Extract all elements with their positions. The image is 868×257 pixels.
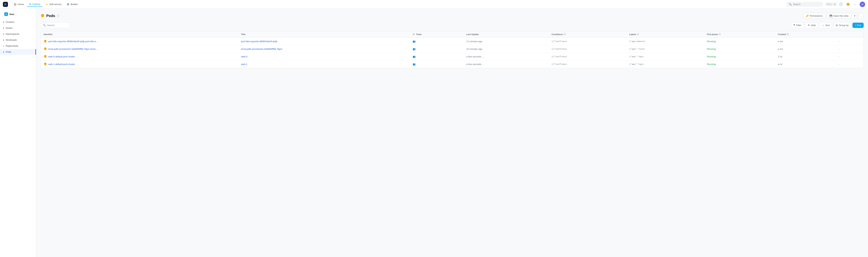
table-row: web-1-default-port-cluster web-1 👥 a few… [41,60,864,68]
cell-title-2: web-0 [238,53,410,60]
title-link-1[interactable]: local-path-provisioner-5ddd94ff66-7lgvn [241,48,282,50]
page-header: Pods ⓘ 🔑 Permissions 💾 Save this view ▾ … [40,13,864,19]
col-title: Title [238,31,410,38]
created-info-icon[interactable]: ⓘ [786,33,788,36]
row-more-button-2[interactable]: ··· [838,55,840,58]
table-row: local-path-provisioner-5ddd94ff66-7lgvn-… [41,45,864,53]
topnav-items: 🏠 Home ⊞ Catalog ⚡ Self-service ⚙️ Build… [11,2,80,7]
cell-row-actions-2: ··· [835,53,864,60]
row-more-button-3[interactable]: ··· [838,63,840,65]
cell-identifier-1: local-path-provisioner-5ddd94ff66-7lgvn-… [41,45,238,53]
col-conditions: Conditions ⓘ [549,31,626,38]
col-pod-phase: Pod phase ⓘ [704,31,775,38]
search-input-wrapper[interactable]: 🔍 Search [40,23,69,28]
table-header: Identifier Title ⚙ Team [41,31,864,38]
sidebar-label-clusters: Clusters [6,21,14,23]
cell-identifier-2: web-0-default-port-cluster [41,53,238,60]
table-row: port-k8s-exporter-869644dc6f-ptdjr-port-… [41,38,864,45]
sort-icon: ↑↓ [822,24,824,27]
save-view-dropdown-button[interactable]: ▾ [852,13,857,19]
cell-created-3: a mi [775,60,835,68]
team-icon-3: 👥 [413,63,415,65]
pod-phase-badge-0: Running [707,40,716,43]
topnav-label-home: Home [18,3,24,6]
hide-button[interactable]: 👁 Hide [805,23,818,28]
more-icon-btn[interactable]: ··· [852,1,858,7]
new-button[interactable]: + New [1,11,35,18]
cell-pod-phase-0: Running [704,38,775,45]
avatar[interactable]: U [860,2,865,7]
save-view-button[interactable]: 💾 Save this view [827,13,851,19]
search-bar[interactable]: 🔍 Search [786,2,823,7]
pod-phase-info-icon[interactable]: ⓘ [719,33,721,36]
sort-button[interactable]: ↑↓ Sort [819,23,832,28]
hide-icon: 👁 [808,24,810,27]
cell-last-update-1: 10 minutes ago [463,45,549,53]
team-icon-2: 👥 [413,55,415,58]
more-options-button[interactable]: ··· [859,13,864,19]
cell-conditions-1: [{"lastTransi [549,45,626,53]
cell-team-3: 👥 [410,60,463,68]
title-link-2[interactable]: web-0 [241,55,247,58]
sidebar-item-nodes[interactable]: ● Nodes [0,25,36,31]
main-content: Pods ⓘ 🔑 Permissions 💾 Save this view ▾ … [36,9,868,257]
search-placeholder: Search [793,3,801,6]
cell-labels-0: {"app.kuberne [626,38,704,45]
group-by-icon: ⊞ [836,24,838,27]
cell-labels-3: {"app":"ngin [626,60,704,68]
identifier-link-0[interactable]: port-k8s-exporter-869644dc6f-ptdjr-port-… [48,40,99,43]
save-view-icon: 💾 [830,15,832,17]
kbd-k: K [833,3,837,6]
permissions-button[interactable]: 🔑 Permissions [803,13,825,19]
topnav-item-home[interactable]: 🏠 Home [11,2,26,7]
new-icon: + [4,12,8,16]
sidebar-item-pods[interactable]: ● Pods [0,49,36,55]
team-col-icon: ⚙ [413,33,415,36]
add-pod-button[interactable]: + Pod [852,23,864,28]
sidebar-item-workloads[interactable]: ● Workloads [0,37,36,43]
cell-last-update-3: a few seconds ... [463,60,549,68]
topnav-label-selfservice: Self-service [50,3,62,6]
layout: + New ● Clusters ● Nodes ● Namespaces ● … [0,0,868,257]
sidebar: + New ● Clusters ● Nodes ● Namespaces ● … [0,9,36,257]
team-icon-0: 👥 [413,40,415,43]
sidebar-item-clusters[interactable]: ● Clusters [0,19,36,25]
smiley-icon-btn[interactable]: 😊 [845,1,851,7]
filter-label: Filter [796,24,802,27]
row-more-button-0[interactable]: ··· [838,40,840,43]
pod-phase-badge-2: Running [707,55,716,58]
row-pod-icon-3 [43,62,47,66]
kbd-ctrl: Ctrl [826,3,833,6]
row-more-button-1[interactable]: ··· [838,48,840,50]
group-by-button[interactable]: ⊞ Group by [833,23,851,28]
team-icon-1: 👥 [413,48,415,50]
cell-pod-phase-2: Running [704,53,775,60]
logo[interactable] [3,2,8,7]
topnav-item-builder[interactable]: ⚙️ Builder [64,2,80,7]
topnav-item-catalog[interactable]: ⊞ Catalog [27,2,42,7]
title-link-0[interactable]: port-k8s-exporter-869644dc6f-ptdjr [241,40,277,43]
identifier-link-1[interactable]: local-path-provisioner-5ddd94ff66-7lgvn-… [48,48,99,50]
cell-conditions-3: [{"lastTransi [549,60,626,68]
history-icon-btn[interactable]: 🕐 [838,1,844,7]
cell-row-actions-0: ··· [835,38,864,45]
labels-info-icon[interactable]: ⓘ [637,33,639,36]
identifier-link-2[interactable]: web-0-default-port-cluster [48,55,75,58]
info-icon[interactable]: ⓘ [57,14,60,18]
toolbar: 🔍 Search ⧩ Filter 👁 Hide ↑↓ Sort ⊞ Group… [40,22,864,28]
nodes-icon: ● [3,27,4,29]
sidebar-item-replicasets[interactable]: ● ReplicaSets [0,43,36,49]
pod-phase-badge-1: Running [707,48,716,50]
filter-button[interactable]: ⧩ Filter [791,22,804,28]
filter-icon: ⧩ [793,24,795,27]
topnav-item-selfservice[interactable]: ⚡ Self-service [43,2,64,7]
cell-labels-2: {"app":"ngin [626,53,704,60]
col-created: Created ⓘ [775,31,835,38]
catalog-icon: ⊞ [29,3,31,5]
conditions-info-icon[interactable]: ⓘ [564,33,566,36]
identifier-link-3[interactable]: web-1-default-port-cluster [48,63,75,65]
sidebar-item-namespaces[interactable]: ● Namespaces [0,31,36,37]
cell-identifier-0: port-k8s-exporter-869644dc6f-ptdjr-port-… [41,38,238,45]
title-link-3[interactable]: web-1 [241,63,247,65]
col-actions [835,31,864,38]
